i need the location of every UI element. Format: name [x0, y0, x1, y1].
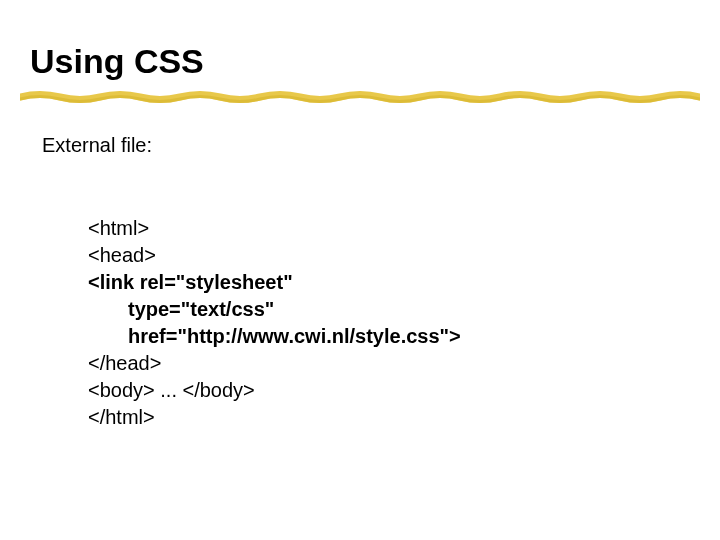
code-line-7: <body> ... </body> — [88, 379, 255, 401]
slide: Using CSS External file: <html> <head> <… — [0, 0, 720, 540]
code-line-6: </head> — [88, 352, 161, 374]
code-line-3: <link rel="stylesheet" — [88, 271, 293, 293]
code-line-5: href="http://www.cwi.nl/style.css"> — [88, 323, 461, 350]
code-block: <html> <head> <link rel="stylesheet" typ… — [88, 188, 461, 431]
slide-title: Using CSS — [30, 42, 204, 81]
subtitle: External file: — [42, 134, 152, 157]
code-line-4: type="text/css" — [88, 296, 274, 323]
code-line-1: <html> — [88, 217, 149, 239]
code-line-2: <head> — [88, 244, 156, 266]
code-line-8: </html> — [88, 406, 155, 428]
title-underline — [20, 90, 700, 104]
